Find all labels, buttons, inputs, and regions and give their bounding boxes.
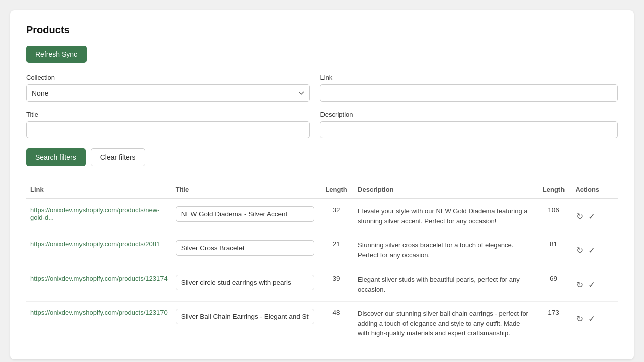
page-title: Products [26, 24, 618, 36]
products-page: Products Refresh Sync Collection None Ea… [10, 10, 634, 359]
cell-link: https://onixdev.myshopify.com/products/2… [26, 233, 172, 267]
link-input[interactable] [320, 84, 618, 102]
search-filters-button[interactable]: Search filters [26, 148, 86, 166]
filters-row-2: Title Description [26, 111, 618, 138]
cell-title [172, 199, 318, 233]
collection-label: Collection [26, 74, 310, 81]
products-table: Link Title Length Description Length Act… [26, 180, 618, 345]
cell-desc-length: 173 [536, 302, 571, 345]
refresh-icon-symbol [576, 246, 583, 255]
header-description: Description [354, 180, 536, 199]
cell-actions [571, 233, 618, 267]
header-link: Link [26, 180, 172, 199]
filter-actions-row: Search filters Clear filters [26, 148, 618, 166]
cell-title-length: 39 [318, 267, 354, 302]
description-input[interactable] [320, 121, 618, 138]
table-row: https://onixdev.myshopify.com/products/1… [26, 302, 618, 345]
cell-actions [571, 302, 618, 345]
title-label: Title [26, 111, 310, 118]
products-table-wrapper: Link Title Length Description Length Act… [26, 180, 618, 345]
filters-row-1: Collection None Earrings Bracelets Neckl… [26, 74, 618, 102]
description-label: Description [320, 111, 618, 118]
cell-actions [571, 267, 618, 302]
cell-description: Discover our stunning silver ball chain … [354, 302, 536, 345]
cell-title-length: 48 [318, 302, 354, 345]
title-edit-input[interactable] [176, 275, 314, 290]
check-icon[interactable] [587, 279, 596, 291]
table-body: https://onixdev.myshopify.com/products/n… [26, 199, 618, 345]
clear-filters-button[interactable]: Clear filters [91, 148, 145, 166]
table-header-row: Link Title Length Description Length Act… [26, 180, 618, 199]
title-edit-input[interactable] [176, 206, 314, 222]
refresh-icon-symbol [576, 315, 583, 323]
check-icon-symbol [588, 246, 595, 255]
product-link[interactable]: https://onixdev.myshopify.com/products/1… [30, 309, 168, 316]
header-title: Title [172, 180, 318, 199]
check-icon[interactable] [587, 244, 596, 257]
cell-desc-length: 81 [536, 233, 571, 267]
cell-link: https://onixdev.myshopify.com/products/1… [26, 267, 172, 302]
cell-desc-length: 106 [536, 199, 571, 233]
actions-container [575, 206, 614, 223]
cell-title-length: 21 [318, 233, 354, 267]
cell-title-length: 32 [318, 199, 354, 233]
refresh-icon-symbol [576, 281, 583, 289]
title-edit-input[interactable] [176, 240, 314, 256]
product-link[interactable]: https://onixdev.myshopify.com/products/1… [30, 275, 168, 282]
product-link[interactable]: https://onixdev.myshopify.com/products/2… [30, 240, 160, 248]
cell-link: https://onixdev.myshopify.com/products/1… [26, 302, 172, 345]
header-actions: Actions [571, 180, 618, 199]
actions-container [575, 275, 614, 291]
collection-filter-group: Collection None Earrings Bracelets Neckl… [26, 74, 310, 102]
check-icon-symbol [588, 281, 595, 289]
cell-title [172, 233, 318, 267]
header-title-length: Length [318, 180, 354, 199]
cell-actions [571, 199, 618, 233]
link-filter-group: Link [320, 74, 618, 102]
table-row: https://onixdev.myshopify.com/products/1… [26, 267, 618, 302]
refresh-icon[interactable] [575, 279, 584, 291]
refresh-icon[interactable] [575, 313, 584, 325]
cell-desc-length: 69 [536, 267, 571, 302]
refresh-sync-button[interactable]: Refresh Sync [26, 46, 87, 63]
cell-description: Elevate your style with our NEW Gold Dia… [354, 199, 536, 233]
collection-select[interactable]: None Earrings Bracelets Necklaces [26, 84, 310, 102]
table-row: https://onixdev.myshopify.com/products/2… [26, 233, 618, 267]
actions-container [575, 309, 614, 325]
cell-description: Stunning silver cross bracelet for a tou… [354, 233, 536, 267]
cell-description: Elegant silver studs with beautiful pear… [354, 267, 536, 302]
refresh-icon-symbol [576, 212, 583, 221]
cell-title [172, 267, 318, 302]
description-filter-group: Description [320, 111, 618, 138]
refresh-icon[interactable] [575, 210, 584, 223]
refresh-icon[interactable] [575, 244, 584, 257]
cell-title [172, 302, 318, 345]
check-icon[interactable] [587, 210, 596, 223]
table-row: https://onixdev.myshopify.com/products/n… [26, 199, 618, 233]
title-input[interactable] [26, 121, 310, 138]
actions-container [575, 240, 614, 257]
product-link[interactable]: https://onixdev.myshopify.com/products/n… [30, 206, 159, 221]
title-edit-input[interactable] [176, 309, 314, 324]
title-filter-group: Title [26, 111, 310, 138]
cell-link: https://onixdev.myshopify.com/products/n… [26, 199, 172, 233]
link-label: Link [320, 74, 618, 81]
header-desc-length: Length [536, 180, 571, 199]
check-icon[interactable] [587, 313, 596, 325]
check-icon-symbol [588, 212, 595, 221]
check-icon-symbol [588, 315, 595, 323]
